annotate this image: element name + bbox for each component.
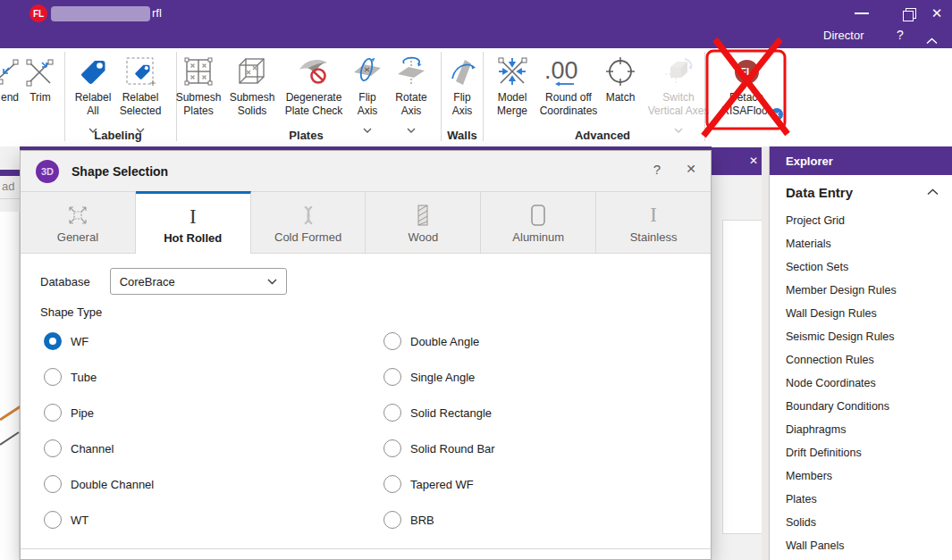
- database-label: Database: [40, 275, 90, 288]
- radio-option-solid-rectangle[interactable]: Solid Rectangle: [383, 404, 492, 422]
- radio-option-pipe[interactable]: Pipe: [44, 404, 94, 422]
- radio-option-wt[interactable]: WT: [44, 511, 88, 529]
- explorer-item-section-sets[interactable]: Section Sets: [770, 255, 952, 279]
- radio-option-wf[interactable]: WF: [44, 332, 88, 350]
- flip-axis-plates-button[interactable]: Flip Axis: [348, 52, 387, 137]
- chevron-down-icon: [674, 121, 683, 137]
- radio-option-brb[interactable]: BRB: [383, 511, 434, 529]
- explorer-item-member-design-rules[interactable]: Member Design Rules: [770, 279, 952, 302]
- switch-vertical-axes-icon: [661, 52, 695, 91]
- dialog-titlebar: 3D Shape Selection ? ✕: [21, 151, 711, 191]
- radio-icon: [383, 332, 401, 350]
- hot-rolled-ibeam-icon: I: [190, 203, 197, 230]
- chevron-down-icon: [267, 279, 277, 285]
- tab-general-label: General: [57, 230, 98, 244]
- explorer-item-drift-definitions[interactable]: Drift Definitions: [770, 441, 952, 464]
- radio-option-tapered-wf[interactable]: Tapered WF: [383, 475, 474, 493]
- database-dropdown[interactable]: CoreBrace: [110, 268, 287, 295]
- close-button[interactable]: ✕: [926, 3, 948, 24]
- model-merge-icon: [496, 52, 528, 91]
- wall-flip-axis-label: Flip: [453, 91, 470, 104]
- dialog-footer-divider: [21, 548, 711, 549]
- submesh-solids-button[interactable]: Submesh Solids: [226, 52, 278, 118]
- data-entry-section-header[interactable]: Data Entry: [770, 179, 952, 205]
- background-left-strip: ad: [0, 146, 20, 560]
- rotate-axis-label: Rotate: [395, 91, 426, 104]
- radio-icon: [383, 511, 401, 529]
- director-menu[interactable]: Director: [823, 29, 864, 42]
- tab-cold-formed[interactable]: Cold Formed: [251, 191, 366, 254]
- tab-hot-rolled-label: Hot Rolled: [164, 231, 222, 245]
- data-entry-label: Data Entry: [786, 185, 927, 200]
- radio-icon: [383, 439, 401, 457]
- degenerate-plate-icon: [297, 52, 331, 91]
- degenerate-plate-check-button[interactable]: Degenerate Plate Check: [278, 52, 350, 118]
- dialog-close-button[interactable]: ✕: [686, 162, 696, 176]
- explorer-item-diaphragms[interactable]: Diaphragms: [770, 418, 952, 441]
- match-button[interactable]: Match: [600, 52, 641, 104]
- radio-option-solid-round-bar[interactable]: Solid Round Bar: [383, 439, 495, 457]
- tab-hot-rolled[interactable]: I Hot Rolled: [136, 191, 251, 254]
- radio-option-single-angle[interactable]: Single Angle: [383, 368, 475, 386]
- explorer-item-wall-design-rules[interactable]: Wall Design Rules: [770, 302, 952, 325]
- explorer-item-boundary-conditions[interactable]: Boundary Conditions: [770, 395, 952, 418]
- explorer-header: Explorer: [770, 146, 952, 175]
- explorer-item-materials[interactable]: Materials: [770, 232, 952, 255]
- relabel-selected-label: Relabel: [122, 91, 159, 104]
- detach-risafloor-icon: FL ✕: [735, 52, 759, 91]
- divider: [441, 52, 442, 141]
- submesh-plates-button[interactable]: Submesh Plates: [173, 52, 224, 118]
- radio-option-double-channel[interactable]: Double Channel: [44, 475, 154, 493]
- radio-selected-icon: [44, 332, 62, 350]
- ribbon-collapse-icon[interactable]: [926, 32, 938, 48]
- tab-stainless-label: Stainless: [630, 230, 678, 244]
- application-window: FL rfl ✕ Director ? end: [0, 0, 952, 560]
- flip-axis-walls-button[interactable]: Flip Axis: [442, 52, 482, 118]
- model-merge-button[interactable]: Model Merge: [489, 52, 535, 118]
- radio-icon: [383, 404, 401, 422]
- shape-type-label: Shape Type: [40, 305, 102, 319]
- help-button[interactable]: ?: [897, 28, 904, 42]
- round-off-coordinates-button[interactable]: .00 Round off Coordinates: [535, 52, 602, 118]
- explorer-item-solids[interactable]: Solids: [770, 511, 952, 534]
- data-entry-list: Project Grid Materials Section Sets Memb…: [770, 209, 952, 557]
- explorer-item-plates[interactable]: Plates: [770, 488, 952, 511]
- radio-option-tube[interactable]: Tube: [44, 368, 97, 386]
- chevron-down-icon[interactable]: [407, 121, 416, 137]
- partial-toolbar-text: ad: [2, 180, 14, 193]
- general-tab-icon: [66, 202, 89, 229]
- filename-suffix: rfl: [152, 6, 162, 20]
- tab-wood[interactable]: Wood: [366, 191, 481, 254]
- explorer-item-wall-panels[interactable]: Wall Panels: [770, 534, 952, 557]
- explorer-item-node-coordinates[interactable]: Node Coordinates: [770, 372, 952, 395]
- chevron-up-icon[interactable]: [927, 188, 939, 196]
- tag-icon: [77, 52, 109, 91]
- explorer-item-connection-rules[interactable]: Connection Rules: [770, 348, 952, 372]
- ribbon: end Trim Relab: [0, 48, 952, 147]
- relabel-selected-button[interactable]: Relabel Selected: [114, 52, 167, 137]
- explorer-panel: Explorer Data Entry Project Grid Materia…: [769, 146, 952, 560]
- detach-risafloor-button[interactable]: FL ✕ Detach RISAFloor: [714, 52, 779, 118]
- minimize-button[interactable]: [855, 13, 869, 14]
- submesh-solids-icon: [236, 52, 268, 91]
- explorer-item-project-grid[interactable]: Project Grid: [770, 209, 952, 232]
- radio-option-channel[interactable]: Channel: [44, 439, 114, 457]
- rotate-axis-button[interactable]: Rotate Axis: [389, 52, 434, 137]
- explorer-item-members[interactable]: Members: [770, 464, 952, 488]
- behind-window-close-icon[interactable]: ✕: [749, 155, 758, 167]
- switch-vertical-axes-button: Switch Vertical Axes: [643, 52, 714, 137]
- tab-stainless[interactable]: I Stainless: [596, 191, 711, 254]
- radio-option-double-angle[interactable]: Double Angle: [383, 332, 479, 350]
- dialog-title: Shape Selection: [72, 164, 168, 179]
- cold-formed-channel-icon: [297, 202, 320, 229]
- maximize-button[interactable]: [896, 5, 919, 23]
- tab-aluminum[interactable]: Aluminum: [481, 191, 596, 254]
- flip-axis-icon: [351, 52, 383, 91]
- tab-general[interactable]: General: [21, 191, 136, 254]
- degenerate-plate-check-label: Degenerate: [286, 91, 342, 104]
- trim-button[interactable]: Trim: [21, 52, 60, 104]
- dialog-help-button[interactable]: ?: [653, 162, 661, 177]
- relabel-all-button[interactable]: Relabel All: [69, 52, 117, 137]
- match-icon: [603, 52, 637, 91]
- explorer-item-seismic-design-rules[interactable]: Seismic Design Rules: [770, 325, 952, 348]
